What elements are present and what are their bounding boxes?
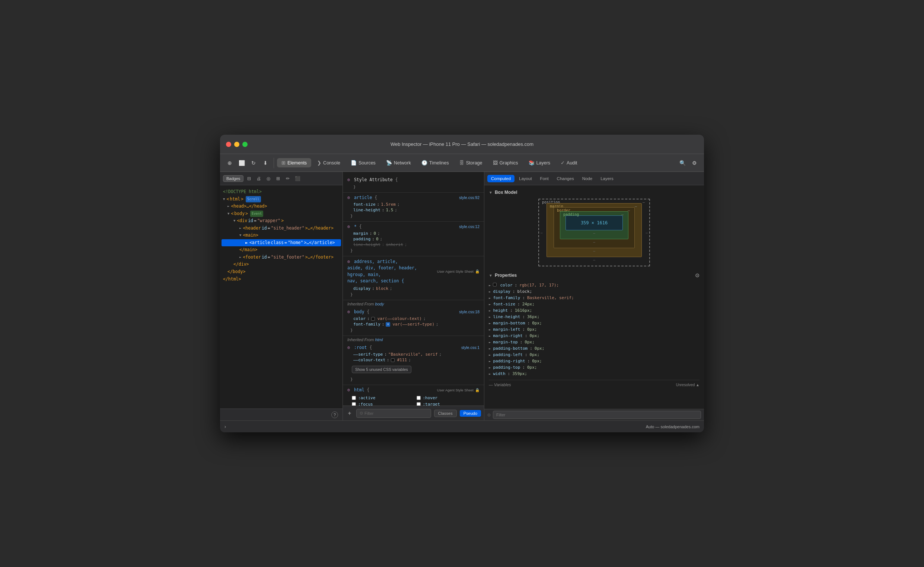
- add-rule-button[interactable]: +: [346, 410, 353, 417]
- computed-tabs: Computed Layout Font Changes Node Layers: [484, 172, 704, 185]
- prop-display-arrow[interactable]: ►: [489, 290, 491, 294]
- dom-node-header[interactable]: ► <header id="site_header">…</header>: [221, 225, 341, 232]
- file-article[interactable]: style.css:92: [459, 195, 479, 200]
- style-rule-ua: ⊙ address, article,aside, div, footer, h…: [343, 256, 484, 300]
- prop-padding-left-arrow[interactable]: ►: [489, 353, 491, 357]
- inherited-body-link[interactable]: body: [375, 302, 384, 306]
- selector-ua: ⊙ address, article,aside, div, footer, h…: [347, 259, 436, 284]
- bottom-chevron-right[interactable]: ›: [224, 424, 226, 429]
- tab-audit[interactable]: ✓ Audit: [556, 158, 582, 167]
- prop-margin-left-arrow[interactable]: ►: [489, 328, 491, 332]
- inspect-element-button[interactable]: ⊕: [224, 158, 235, 168]
- tab-sources[interactable]: 📄 Sources: [346, 158, 380, 167]
- bottom-bar: › Auto — soledadpenades.com: [220, 420, 704, 432]
- dom-node-html[interactable]: ▼ <html> Scroll: [221, 196, 341, 203]
- prop-row-margin-right: ► margin-right : 0px;: [489, 333, 700, 339]
- tab-graphics[interactable]: 🖼 Graphics: [488, 158, 523, 167]
- reload-button[interactable]: ↻: [248, 158, 259, 168]
- dom-icon-1[interactable]: ⊟: [245, 174, 253, 183]
- help-button[interactable]: ?: [331, 411, 338, 418]
- prop-color-arrow[interactable]: ►: [489, 284, 491, 287]
- dom-edit-icon[interactable]: ✏: [284, 174, 292, 183]
- titlebar: Web Inspector — iPhone 11 Pro — Safari —…: [220, 135, 704, 154]
- maximize-button[interactable]: [242, 142, 248, 147]
- dom-tree-button[interactable]: ⬜: [236, 158, 247, 168]
- properties-settings-icon[interactable]: ⊙: [695, 272, 700, 278]
- tab-console[interactable]: ❯ Console: [313, 158, 345, 167]
- dom-icon-3[interactable]: ◎: [264, 174, 272, 183]
- classes-button[interactable]: Classes: [434, 410, 457, 417]
- tab-elements-label: Elements: [287, 160, 307, 165]
- dom-icon-4[interactable]: ⊞: [274, 174, 282, 183]
- tab-computed[interactable]: Computed: [487, 175, 514, 182]
- prop-row-margin-bottom: ► margin-bottom : 0px;: [489, 320, 700, 326]
- prop-padding-right-arrow[interactable]: ►: [489, 359, 491, 363]
- bottom-url: Auto — soledadpenades.com: [646, 424, 700, 429]
- tab-layers[interactable]: 📚 Layers: [524, 158, 555, 167]
- file-star[interactable]: style.css:12: [459, 224, 479, 229]
- dom-node-doctype[interactable]: <!DOCTYPE html>: [221, 188, 341, 196]
- pseudo-target[interactable]: :target: [416, 402, 480, 405]
- inherited-html-link[interactable]: html: [375, 338, 383, 342]
- dom-node-head[interactable]: ► <head>…</head>: [221, 203, 341, 210]
- prop-width-arrow[interactable]: ►: [489, 372, 491, 376]
- search-button[interactable]: 🔍: [677, 158, 688, 168]
- dom-node-close-main[interactable]: </main>: [221, 246, 341, 254]
- prop-margin-right-arrow[interactable]: ►: [489, 334, 491, 338]
- dom-node-footer[interactable]: ► <footer id="site_footer">…</footer>: [221, 254, 341, 261]
- toolbar-right: 🔍 ⚙: [677, 158, 700, 168]
- prop-line-height-arrow[interactable]: ►: [489, 315, 491, 319]
- prop-row-padding-bottom: ► padding-bottom : 0px;: [489, 345, 700, 352]
- dom-node-main[interactable]: ▼ <main>: [221, 232, 341, 239]
- settings-button[interactable]: ⚙: [689, 158, 700, 168]
- close-button[interactable]: [226, 142, 231, 147]
- tab-font[interactable]: Font: [536, 175, 553, 182]
- pseudo-button[interactable]: Pseudo: [460, 410, 481, 417]
- prop-line-height-val: 36px;: [527, 314, 539, 319]
- dom-node-close-body[interactable]: </body>: [221, 268, 341, 276]
- box-model-arrow[interactable]: ▼: [489, 190, 493, 195]
- prop-padding-top-arrow[interactable]: ►: [489, 366, 491, 369]
- dom-node-article[interactable]: ► <article class="home">…</article>: [221, 239, 341, 247]
- tab-node[interactable]: Node: [578, 175, 596, 182]
- pseudo-focus[interactable]: :focus: [352, 402, 415, 405]
- dom-node-div-wrapper[interactable]: ▼ <div id="wrapper">: [221, 217, 341, 225]
- tab-storage[interactable]: 🗄 Storage: [455, 158, 487, 167]
- tab-timelines[interactable]: 🕐 Timelines: [417, 158, 454, 167]
- prop-font-size-arrow[interactable]: ►: [489, 303, 491, 306]
- prop-margin-top-arrow[interactable]: ►: [489, 340, 491, 344]
- download-button[interactable]: ⬇: [260, 158, 270, 168]
- prop-display-ua: display: block;: [347, 286, 479, 291]
- pseudo-hover-checkbox[interactable]: [416, 396, 421, 400]
- badges-button[interactable]: Badges: [223, 175, 243, 182]
- dom-toolbar: Badges ⊟ 🖨 ◎ ⊞ ✏ ⬛: [220, 172, 343, 185]
- properties-arrow[interactable]: ▼: [489, 273, 493, 278]
- box-model-diagram: position – margin – border –: [538, 199, 650, 266]
- dom-node-close-div[interactable]: </div>: [221, 261, 341, 268]
- tab-changes[interactable]: Changes: [553, 175, 578, 182]
- tab-layers-computed[interactable]: Layers: [597, 175, 617, 182]
- dom-icon-2[interactable]: 🖨: [255, 174, 263, 183]
- tab-network[interactable]: 📡 Network: [382, 158, 415, 167]
- dom-node-close-html[interactable]: </html>: [221, 276, 341, 283]
- prop-font-family-arrow[interactable]: ►: [489, 296, 491, 300]
- pseudo-active[interactable]: :active: [352, 396, 415, 400]
- pseudo-focus-checkbox[interactable]: [352, 402, 356, 405]
- prop-height-arrow[interactable]: ►: [489, 309, 491, 312]
- tab-elements[interactable]: ⊞ Elements: [277, 158, 311, 167]
- tab-layout[interactable]: Layout: [515, 175, 536, 182]
- layers-icon: 📚: [529, 160, 535, 165]
- minimize-button[interactable]: [234, 142, 239, 147]
- show-unused-button[interactable]: Show 5 unused CSS variables: [352, 366, 412, 373]
- prop-margin-bottom-arrow[interactable]: ►: [489, 321, 491, 325]
- dom-target-icon[interactable]: ⬛: [293, 174, 302, 183]
- file-body[interactable]: style.css:18: [459, 309, 479, 314]
- filter-input[interactable]: [493, 411, 701, 419]
- prop-padding-bottom-arrow[interactable]: ►: [489, 347, 491, 351]
- dom-node-body[interactable]: ▼ <body> Event: [221, 210, 341, 218]
- computed-panel: Computed Layout Font Changes Node Layers…: [484, 172, 704, 420]
- pseudo-active-checkbox[interactable]: [352, 396, 356, 400]
- pseudo-hover[interactable]: :hover: [416, 396, 480, 400]
- file-root[interactable]: style.css:1: [461, 345, 479, 350]
- pseudo-target-checkbox[interactable]: [416, 402, 421, 405]
